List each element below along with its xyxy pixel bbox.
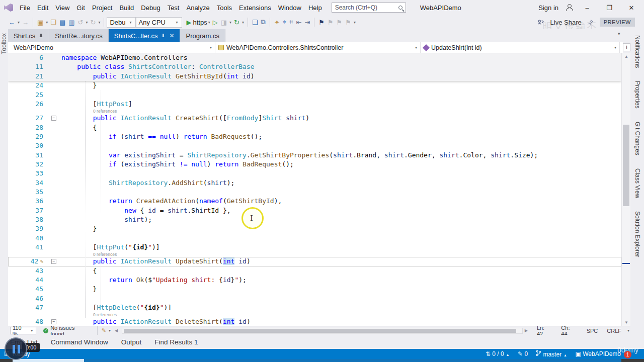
outline-margin[interactable] — [48, 132, 61, 141]
outline-margin[interactable] — [48, 81, 61, 90]
navbar-class-dropdown[interactable]: WebAPIDemo.Controllers.ShirtsController▾ — [215, 42, 421, 53]
redo-icon[interactable]: ↻ — [89, 18, 98, 27]
line-number[interactable]: 47 — [8, 303, 48, 312]
start-debugging-icon[interactable]: ▶ — [185, 18, 193, 27]
outline-margin[interactable] — [48, 266, 61, 276]
menu-item-tools[interactable]: Tools — [213, 2, 235, 14]
code-line-47[interactable]: 47 [HttpDelete("{id}")] — [8, 303, 621, 312]
new-project-dropdown[interactable]: ▾ — [45, 20, 49, 25]
menu-item-analyze[interactable]: Analyze — [183, 2, 213, 14]
menu-item-project[interactable]: Project — [89, 2, 116, 14]
outline-margin[interactable] — [48, 234, 61, 243]
code-line-28[interactable]: 28 { — [8, 123, 621, 132]
code-line-26[interactable]: 26 [HttpPost] — [8, 100, 621, 109]
scrollbar-options-dropdown[interactable]: ▾ — [626, 328, 630, 333]
line-number[interactable]: 32 — [8, 160, 48, 169]
codelens-row[interactable]: 0 references — [8, 312, 621, 317]
line-number[interactable]: 36 — [8, 197, 48, 206]
zoom-select[interactable]: 110 %▾ — [10, 327, 36, 334]
run-profile-dropdown[interactable]: ▾ — [207, 20, 211, 25]
outline-margin[interactable] — [48, 197, 61, 206]
line-number[interactable]: 35 — [8, 188, 48, 197]
code-line-46[interactable]: 46 — [8, 294, 621, 303]
pending-edits[interactable]: ✎ 0 — [518, 350, 528, 357]
navigate-back-dropdown[interactable]: ▾ — [17, 20, 21, 25]
menu-item-window[interactable]: Window — [275, 2, 305, 14]
menu-item-debug[interactable]: Debug — [137, 2, 164, 14]
outline-margin[interactable] — [48, 243, 61, 252]
outline-margin[interactable] — [48, 215, 61, 224]
navbar-project-dropdown[interactable]: WebAPIDemo▾ — [8, 42, 215, 53]
bookmark-icon[interactable]: ⚑ — [317, 18, 326, 27]
outline-margin[interactable] — [48, 100, 61, 109]
indent-increase-icon[interactable]: ⇥ — [303, 18, 311, 27]
outline-margin[interactable] — [48, 160, 61, 169]
code-line-32[interactable]: 32 if (existingShirt != null) return Bad… — [8, 160, 621, 169]
code-line-25[interactable]: 25 — [8, 90, 621, 100]
side-tab-git-changes[interactable]: Git Changes — [631, 119, 644, 158]
menu-item-test[interactable]: Test — [164, 2, 183, 14]
side-tab-toolbox[interactable]: Toolbox — [0, 29, 8, 58]
line-number[interactable]: 27 — [8, 114, 48, 123]
code-line-24[interactable]: 24 } — [8, 81, 621, 90]
code-line-21[interactable]: 21 public IActionResult GetShirtById(int… — [8, 72, 621, 81]
pin-icon[interactable] — [588, 19, 594, 25]
hscroll-left-icon[interactable]: ◀ — [115, 328, 118, 333]
outline-margin[interactable] — [48, 224, 61, 233]
hscrollbar-thumb[interactable] — [124, 329, 516, 333]
start-without-debugging-icon[interactable]: ▷ — [211, 18, 219, 27]
line-number[interactable]: 37 — [8, 206, 48, 215]
outline-margin[interactable] — [48, 141, 61, 150]
navigate-forward-icon[interactable]: → — [21, 18, 30, 27]
panel-tab-find-results-1[interactable]: Find Results 1 — [154, 338, 198, 346]
account-icon[interactable] — [566, 4, 573, 11]
menu-item-extensions[interactable]: Extensions — [235, 2, 275, 14]
clear-bookmarks-icon[interactable]: ⚑ — [344, 18, 353, 27]
codelens-references[interactable]: 0 references — [61, 252, 621, 257]
codelens-row[interactable]: 0 references — [8, 252, 621, 257]
code-line-29[interactable]: 29 if (shirt == null) return BadRequest(… — [8, 132, 621, 141]
outline-margin[interactable] — [48, 303, 61, 312]
code-line-6[interactable]: 6namespace WebAPIDemo.Controllers — [8, 53, 621, 62]
navbar-method-dropdown[interactable]: UpdateShirt(int id)▾ — [421, 42, 620, 53]
codelens-references[interactable]: 0 references — [61, 109, 621, 114]
code-editor[interactable]: 6namespace WebAPIDemo.Controllers11 publ… — [8, 53, 621, 326]
navigate-cursor-icon[interactable]: ⌖ — [281, 17, 288, 27]
collapse-icon[interactable]: − — [51, 259, 56, 264]
line-number[interactable]: 25 — [8, 90, 48, 100]
menu-item-help[interactable]: Help — [305, 2, 326, 14]
side-tab-solution-explorer[interactable]: Solution Explorer — [631, 208, 644, 260]
line-number[interactable]: 29 — [8, 132, 48, 141]
outline-margin[interactable] — [48, 72, 61, 81]
panel-tab-output[interactable]: Output — [121, 338, 142, 346]
line-number[interactable]: 42✎ — [8, 257, 48, 266]
next-bookmark-icon[interactable]: ⚑ — [335, 18, 344, 27]
code-line-35[interactable]: 35 — [8, 188, 621, 197]
outline-margin[interactable] — [48, 285, 61, 294]
outline-margin[interactable] — [48, 178, 61, 188]
outline-margin[interactable] — [48, 123, 61, 132]
hscroll-right-icon[interactable]: ▶ — [525, 328, 528, 333]
line-number[interactable]: 11 — [8, 62, 48, 71]
undo-dropdown[interactable]: ▾ — [85, 20, 89, 25]
code-line-48[interactable]: 48− public IActionResult DeleteShirt(int… — [8, 317, 621, 326]
line-number[interactable]: 26 — [8, 100, 48, 109]
sticky-scroll-header[interactable]: 6namespace WebAPIDemo.Controllers11 publ… — [8, 53, 621, 81]
sync-status[interactable]: ⇅ 0 / 0 ▴ — [486, 350, 510, 357]
line-number[interactable]: 33 — [8, 169, 48, 178]
outline-margin[interactable] — [48, 169, 61, 178]
code-cleanup-icon[interactable]: ✎ — [100, 326, 108, 335]
outline-margin[interactable] — [48, 276, 61, 285]
code-line-33[interactable]: 33 — [8, 169, 621, 178]
code-line-39[interactable]: 39 } — [8, 224, 621, 233]
outline-margin[interactable] — [48, 206, 61, 215]
menu-item-git[interactable]: Git — [73, 2, 89, 14]
code-line-34[interactable]: 34 ShirtRepository.AddShirt(shirt); — [8, 178, 621, 188]
codelens-references[interactable]: 0 references — [61, 312, 621, 317]
line-number[interactable]: 40 — [8, 234, 48, 243]
codelens-row[interactable]: 0 references — [8, 109, 621, 114]
line-number[interactable]: 38 — [8, 215, 48, 224]
preview-window-icon[interactable]: ⧉ — [260, 17, 267, 27]
branch-selector[interactable]: master ▴ — [536, 350, 567, 358]
code-line-40[interactable]: 40 — [8, 234, 621, 243]
